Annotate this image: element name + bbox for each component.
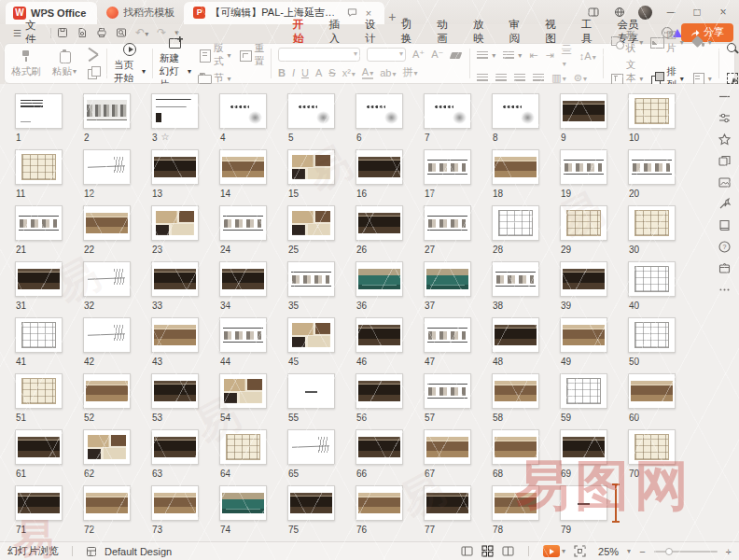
- align-center-icon[interactable]: [495, 74, 507, 83]
- slide-thumbnail-12[interactable]: [83, 149, 131, 185]
- slide-thumbnail-57[interactable]: [424, 373, 471, 409]
- slide-thumbnail-30[interactable]: [628, 205, 676, 241]
- increase-font-icon[interactable]: A⁺: [412, 49, 425, 61]
- slide-thumbnail-13[interactable]: [151, 149, 199, 185]
- slide-thumbnail-25[interactable]: [287, 205, 335, 241]
- slide-thumbnail-74[interactable]: [219, 485, 267, 521]
- slide-thumbnail-38[interactable]: [492, 261, 539, 297]
- bold-button[interactable]: B: [278, 67, 286, 78]
- copy-button[interactable]: [87, 66, 100, 79]
- slide-thumbnail-37[interactable]: [424, 261, 471, 297]
- slide-thumbnail-7[interactable]: [424, 93, 471, 129]
- properties-icon[interactable]: [718, 111, 732, 125]
- save-icon[interactable]: [57, 27, 68, 38]
- view-mode-label[interactable]: 幻灯片浏览: [7, 544, 59, 558]
- cut-button[interactable]: [87, 49, 100, 62]
- slide-thumbnail-1[interactable]: [15, 93, 63, 129]
- copy-switch-icon[interactable]: [718, 154, 732, 168]
- new-slide-button[interactable]: 新建幻灯片▾: [160, 36, 191, 91]
- italic-button[interactable]: I: [292, 67, 295, 78]
- font-family-select[interactable]: [278, 48, 360, 62]
- slide-thumbnail-29[interactable]: [560, 205, 607, 241]
- slide-thumbnail-17[interactable]: [424, 149, 471, 185]
- slide-thumbnail-75[interactable]: [287, 485, 335, 521]
- char-border-button[interactable]: A: [315, 67, 322, 78]
- slide-thumbnail-60[interactable]: [628, 373, 676, 409]
- slide-thumbnail-63[interactable]: [151, 429, 199, 465]
- slide-thumbnail-2[interactable]: [83, 93, 131, 129]
- slide-thumbnail-62[interactable]: [83, 429, 131, 465]
- fit-to-window-icon[interactable]: [574, 545, 586, 557]
- increase-indent-icon[interactable]: ⇥: [546, 49, 554, 62]
- slide-thumbnail-49[interactable]: [560, 317, 607, 353]
- slide-thumbnail-18[interactable]: [492, 149, 539, 185]
- slide-sorter-canvas[interactable]: 123☆456789101112131415161718192021222324…: [0, 84, 739, 543]
- paste-button[interactable]: 粘贴▾: [49, 49, 80, 78]
- slide-thumbnail-76[interactable]: [356, 485, 403, 521]
- section-button[interactable]: 节▾: [198, 72, 231, 85]
- picture-button[interactable]: 图片▾: [650, 29, 684, 55]
- zoom-in-button[interactable]: +: [726, 546, 732, 557]
- slide-thumbnail-11[interactable]: [15, 149, 63, 185]
- minimize-button[interactable]: ─: [659, 2, 683, 22]
- transition-star-icon[interactable]: ☆: [161, 133, 170, 142]
- slide-thumbnail-6[interactable]: [356, 93, 403, 129]
- slide-thumbnail-3[interactable]: [151, 93, 199, 129]
- design-theme-icon[interactable]: [86, 546, 97, 557]
- slide-thumbnail-48[interactable]: [492, 317, 539, 353]
- slide-thumbnail-5[interactable]: [287, 93, 335, 129]
- design-name-label[interactable]: Default Design: [105, 546, 172, 557]
- slide-sorter-view-icon[interactable]: [481, 545, 494, 557]
- fill-color-button[interactable]: ▾: [691, 35, 712, 49]
- slide-thumbnail-46[interactable]: [356, 317, 403, 353]
- layout-button[interactable]: 版式▾: [198, 42, 231, 68]
- help-icon[interactable]: ?: [718, 240, 732, 254]
- zoom-level-value[interactable]: 25%: [594, 546, 619, 557]
- slide-thumbnail-42[interactable]: [83, 317, 131, 353]
- slide-thumbnail-4[interactable]: [219, 93, 267, 129]
- slide-thumbnail-69[interactable]: [560, 429, 607, 465]
- slide-thumbnail-61[interactable]: [15, 429, 63, 465]
- slide-thumbnail-45[interactable]: [287, 317, 335, 353]
- slide-thumbnail-36[interactable]: [356, 261, 403, 297]
- slideshow-play-button[interactable]: [543, 545, 560, 557]
- slide-thumbnail-65[interactable]: [287, 429, 335, 465]
- slide-thumbnail-79[interactable]: [560, 485, 607, 521]
- slide-thumbnail-78[interactable]: [492, 485, 539, 521]
- tab-docer-templates[interactable]: 找稻壳模板: [97, 2, 184, 24]
- slide-thumbnail-59[interactable]: [560, 373, 607, 409]
- slide-thumbnail-16[interactable]: [356, 149, 403, 185]
- slide-thumbnail-55[interactable]: [287, 373, 335, 409]
- slide-thumbnail-64[interactable]: [219, 429, 267, 465]
- resource-book-icon[interactable]: [718, 218, 732, 232]
- normal-view-icon[interactable]: [461, 545, 473, 557]
- superscript-button[interactable]: x²▾: [342, 67, 356, 78]
- slide-thumbnail-39[interactable]: [560, 261, 607, 297]
- align-left-icon[interactable]: [477, 74, 488, 83]
- zoom-out-button[interactable]: −: [639, 546, 645, 557]
- slide-thumbnail-9[interactable]: [560, 93, 607, 129]
- print-preview-icon[interactable]: [116, 27, 127, 38]
- slide-thumbnail-14[interactable]: [219, 149, 267, 185]
- slide-thumbnail-8[interactable]: [492, 93, 539, 129]
- clear-format-icon[interactable]: [450, 49, 463, 62]
- underline-button[interactable]: U: [301, 67, 309, 78]
- numbering-button[interactable]: ▾: [503, 51, 522, 61]
- slide-thumbnail-31[interactable]: [15, 261, 63, 297]
- line-spacing-icon[interactable]: ↕A▾: [579, 50, 596, 62]
- slide-thumbnail-24[interactable]: [219, 205, 267, 241]
- zoom-chevron-icon[interactable]: ▾: [627, 547, 631, 555]
- slide-thumbnail-52[interactable]: [83, 373, 131, 409]
- font-color-button[interactable]: A▾: [362, 66, 373, 79]
- slide-thumbnail-68[interactable]: [492, 429, 539, 465]
- slide-thumbnail-50[interactable]: [628, 317, 676, 353]
- slide-thumbnail-51[interactable]: [15, 373, 63, 409]
- reset-button[interactable]: 重置: [239, 42, 265, 68]
- zoom-slider-handle[interactable]: [665, 548, 673, 555]
- highlight-button[interactable]: ab▾: [380, 67, 396, 78]
- undo-icon[interactable]: ↶▾: [135, 26, 148, 39]
- more-icon[interactable]: [718, 283, 732, 297]
- slide-thumbnail-73[interactable]: [151, 485, 199, 521]
- slide-thumbnail-53[interactable]: [151, 373, 199, 409]
- slide-thumbnail-67[interactable]: [424, 429, 471, 465]
